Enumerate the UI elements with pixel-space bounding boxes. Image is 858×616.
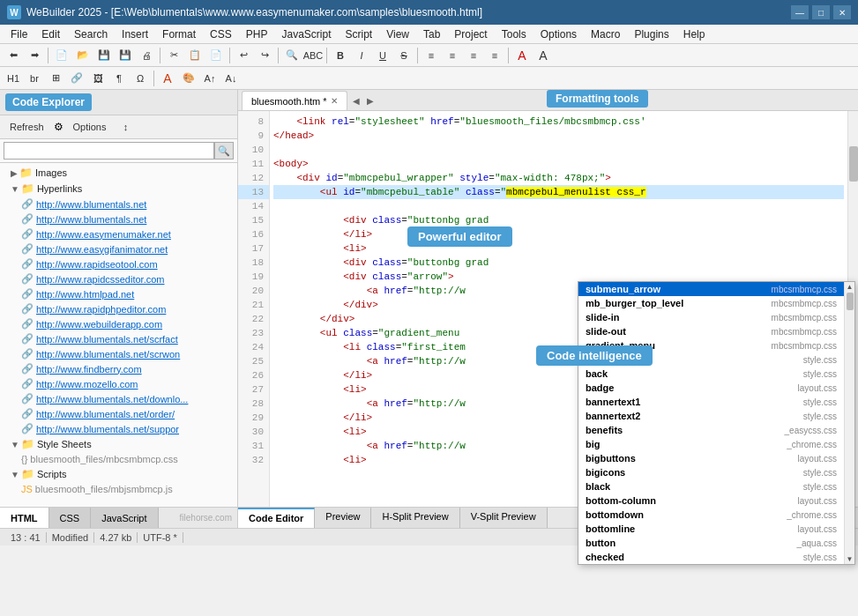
autocomplete-item[interactable]: bannertext1 style.css <box>578 395 844 409</box>
list-item[interactable]: 🔗http://www.blumentals.net/downlo... <box>0 391 237 406</box>
tab-preview[interactable]: Preview <box>315 508 371 528</box>
align-center-btn[interactable]: ≡ <box>443 47 462 64</box>
list-item[interactable]: JSbluesmooth_files/mbjsmbmcp.js <box>0 482 237 496</box>
list-item[interactable]: 🔗http://www.blumentals.net/suppor <box>0 421 237 436</box>
list-item[interactable]: 🔗http://www.findberry.com <box>0 361 237 376</box>
list-item[interactable]: 🔗http://www.rapidseotool.com <box>0 256 237 271</box>
menu-item-macro[interactable]: Macro <box>584 25 627 43</box>
autocomplete-item[interactable]: big _chrome.css <box>578 437 844 451</box>
tab-html[interactable]: HTML <box>0 508 49 528</box>
autocomplete-item[interactable]: mb_burger_top_level mbcsmbmcp.css <box>578 296 844 310</box>
fontsize-down-btn[interactable]: A↓ <box>221 70 241 87</box>
menu-item-file[interactable]: File <box>4 25 34 43</box>
list-item[interactable]: 🔗http://www.webuilderapp.com <box>0 316 237 331</box>
autocomplete-item[interactable]: badge layout.css <box>578 381 844 395</box>
underline-btn[interactable]: U <box>373 47 392 64</box>
list-item[interactable]: 🔗http://www.mozello.com <box>0 376 237 391</box>
tab-nav-left[interactable]: ◀ <box>349 91 363 110</box>
refresh-button[interactable]: Refresh <box>4 118 50 136</box>
autocomplete-item[interactable]: back style.css <box>578 367 844 381</box>
menu-item-insert[interactable]: Insert <box>115 25 155 43</box>
open-btn[interactable]: 📂 <box>73 47 93 64</box>
autocomplete-item[interactable]: checked style.css <box>578 550 844 564</box>
italic-btn[interactable]: I <box>352 47 371 64</box>
tab-vsplit-preview[interactable]: V-Split Preview <box>460 508 548 528</box>
autocomplete-scrollbar[interactable]: ▲ ▼ <box>844 282 854 564</box>
list-item[interactable]: 🔗http://www.rapidcsseditor.com <box>0 271 237 286</box>
h1-btn[interactable]: H1 <box>4 70 23 87</box>
menu-item-tools[interactable]: Tools <box>495 25 533 43</box>
menu-item-view[interactable]: View <box>379 25 416 43</box>
search-button[interactable]: 🔍 <box>214 142 234 160</box>
menu-item-tab[interactable]: Tab <box>416 25 447 43</box>
scroll-down-btn[interactable]: ▼ <box>847 555 854 563</box>
menu-item-options[interactable]: Options <box>533 25 584 43</box>
autocomplete-item[interactable]: benefits _easycss.css <box>578 423 844 437</box>
maximize-button[interactable]: □ <box>812 5 830 19</box>
bold-btn[interactable]: B <box>331 47 350 64</box>
undo-btn[interactable]: ↩ <box>234 47 253 64</box>
menu-item-project[interactable]: Project <box>447 25 494 43</box>
menu-item-css[interactable]: CSS <box>203 25 239 43</box>
align-left-btn[interactable]: ≡ <box>422 47 441 64</box>
br-btn[interactable]: br <box>25 70 44 87</box>
autocomplete-item[interactable]: slide-out mbcsmbmcp.css <box>578 324 844 338</box>
menu-item-edit[interactable]: Edit <box>34 25 67 43</box>
save-all-btn[interactable]: 💾 <box>116 47 135 64</box>
minimize-button[interactable]: — <box>791 5 809 19</box>
autocomplete-item[interactable]: bannertext2 style.css <box>578 409 844 423</box>
autocomplete-item-selected[interactable]: submenu_arrow mbcsmbmcp.css <box>578 282 844 296</box>
close-tab-icon[interactable]: ✕ <box>331 96 338 106</box>
scroll-thumb[interactable] <box>849 146 858 182</box>
list-item[interactable]: 🔗http://www.blumentals.net/order/ <box>0 406 237 421</box>
list-item[interactable]: 🔗http://www.easymenumaker.net <box>0 226 237 241</box>
tab-css[interactable]: CSS <box>49 508 92 528</box>
img-btn[interactable]: 🖼 <box>88 70 108 87</box>
list-item[interactable]: 🔗http://www.rapidphpeditor.com <box>0 301 237 316</box>
menu-item-format[interactable]: Format <box>155 25 203 43</box>
tree-folder-stylesheets[interactable]: ▼ 📁 Style Sheets <box>0 436 237 452</box>
list-item[interactable]: {}bluesmooth_files/mbcsmbmcp.css <box>0 452 237 466</box>
omega-btn[interactable]: Ω <box>131 70 150 87</box>
list-item[interactable]: 🔗http://www.blumentals.net/scrwon <box>0 346 237 361</box>
para-btn[interactable]: ¶ <box>109 70 129 87</box>
autocomplete-item[interactable]: bigicons style.css <box>578 465 844 479</box>
search-input[interactable] <box>4 142 214 160</box>
find-btn[interactable]: 🔍 <box>282 47 302 64</box>
autocomplete-item[interactable]: bottomline layout.css <box>578 522 844 536</box>
tab-nav-right[interactable]: ▶ <box>363 91 377 110</box>
align-justify-btn[interactable]: ≡ <box>485 47 504 64</box>
tab-hsplit-preview[interactable]: H-Split Preview <box>371 508 459 528</box>
menu-item-script[interactable]: Script <box>339 25 380 43</box>
print-btn[interactable]: 🖨 <box>137 47 156 64</box>
menu-item-search[interactable]: Search <box>67 25 115 43</box>
copy-btn[interactable]: 📋 <box>185 47 205 64</box>
bgcolor-btn[interactable]: A <box>533 47 553 64</box>
redo-btn[interactable]: ↪ <box>255 47 274 64</box>
menu-item-javascript[interactable]: JavaScript <box>274 25 338 43</box>
tree-folder-hyperlinks[interactable]: ▼ 📁 Hyperlinks <box>0 181 237 197</box>
menu-item-php[interactable]: PHP <box>239 25 275 43</box>
menu-item-plugins[interactable]: Plugins <box>627 25 675 43</box>
list-item[interactable]: 🔗http://www.easygifanimator.net <box>0 241 237 256</box>
close-button[interactable]: ✕ <box>833 5 851 19</box>
autocomplete-item[interactable]: bigbuttons layout.css <box>578 451 844 465</box>
sort-button[interactable]: ↕ <box>116 118 135 136</box>
new-btn[interactable]: 📄 <box>52 47 71 64</box>
align-right-btn[interactable]: ≡ <box>464 47 483 64</box>
options-button[interactable]: Options <box>67 118 113 136</box>
spell-btn[interactable]: ABC <box>303 47 323 64</box>
tab-code-editor[interactable]: Code Editor <box>238 508 315 528</box>
forward-btn[interactable]: ➡ <box>25 47 44 64</box>
tab-bluesmooth[interactable]: bluesmooth.htm * ✕ <box>242 91 347 110</box>
fontsize-up-btn[interactable]: A↑ <box>200 70 220 87</box>
list-item[interactable]: 🔗http://www.blumentals.net/scrfact <box>0 331 237 346</box>
table-btn[interactable]: ⊞ <box>46 70 65 87</box>
list-item[interactable]: 🔗http://www.blumentals.net <box>0 212 237 226</box>
color-btn[interactable]: A <box>512 47 532 64</box>
menu-item-help[interactable]: Help <box>676 25 713 43</box>
tree-folder-scripts[interactable]: ▼ 📁 Scripts <box>0 466 237 482</box>
tab-javascript[interactable]: JavaScript <box>91 508 158 528</box>
strike-btn[interactable]: S <box>394 47 414 64</box>
cut-btn[interactable]: ✂ <box>164 47 183 64</box>
